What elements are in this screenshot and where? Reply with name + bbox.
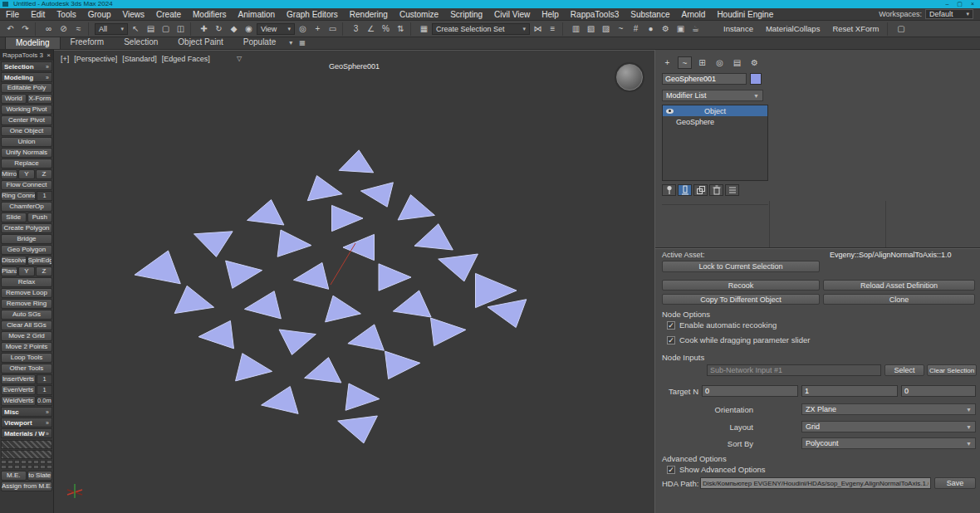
sidebar-spinner-insertverts[interactable]: 1: [37, 374, 52, 384]
material-cell[interactable]: [40, 460, 46, 464]
stack-item-object[interactable]: Object: [663, 105, 767, 116]
menu-civil-view[interactable]: Civil View: [488, 8, 536, 21]
sidebar-button-y[interactable]: Y: [18, 169, 35, 179]
schematic-view-icon[interactable]: #: [629, 22, 643, 36]
sidebar-header-materials-w[interactable]: Materials / W»: [1, 428, 52, 438]
sidebar-spinner-ring-connect[interactable]: 1: [37, 191, 52, 201]
material-cell[interactable]: [33, 460, 39, 464]
curve-editor-icon[interactable]: ~: [614, 22, 628, 36]
tab-freeform[interactable]: Freeform: [61, 37, 115, 49]
snap-toggle-icon[interactable]: 3: [349, 22, 363, 36]
display-tab-icon[interactable]: ▤: [730, 56, 744, 69]
material-cell[interactable]: [7, 460, 13, 464]
scatter-triangle[interactable]: [398, 195, 434, 220]
sidebar-button-replace[interactable]: Replace: [1, 159, 52, 169]
sidebar-button-remove-loop[interactable]: Remove Loop: [1, 288, 52, 298]
reference-coordinate-dropdown[interactable]: View▾: [257, 23, 295, 35]
sidebar-button-y[interactable]: Y: [18, 266, 35, 276]
visibility-eye-icon[interactable]: [663, 109, 676, 114]
scatter-triangle[interactable]: [174, 286, 213, 313]
scatter-triangle[interactable]: [414, 224, 453, 250]
ribbon-config-icon[interactable]: ▦: [296, 37, 309, 49]
utilities-tab-icon[interactable]: ⚙: [747, 56, 762, 69]
spinner-snap-icon[interactable]: ⇅: [394, 22, 408, 36]
scatter-triangle[interactable]: [345, 384, 380, 410]
auto-recook-checkbox[interactable]: ✓ Enable automatic recooking: [667, 320, 777, 330]
sidebar-button-bridge[interactable]: Bridge: [1, 234, 52, 244]
sidebar-button-push[interactable]: Push: [27, 213, 53, 222]
scatter-triangle[interactable]: [262, 387, 299, 414]
sidebar-button-slide[interactable]: Slide: [1, 213, 27, 222]
motion-tab-icon[interactable]: ◎: [713, 56, 727, 69]
sidebar-button-world[interactable]: World: [1, 94, 27, 104]
sidebar-button-move-2-points[interactable]: Move 2 Points: [1, 342, 52, 352]
redo-icon[interactable]: ↷: [18, 22, 32, 36]
sidebar-button-remove-ring[interactable]: Remove Ring: [1, 299, 52, 309]
window-crossing-icon[interactable]: ◫: [174, 22, 188, 36]
layout-dropdown[interactable]: Grid ▼: [801, 421, 976, 432]
select-and-scale-icon[interactable]: ◆: [227, 22, 241, 36]
scene-explorer-icon[interactable]: ▥: [569, 22, 583, 36]
sidebar-button-create-polygon[interactable]: Create Polygon: [1, 223, 52, 233]
hierarchy-tab-icon[interactable]: ⊞: [695, 56, 709, 69]
keyboard-override-icon[interactable]: ▭: [326, 22, 340, 36]
select-object-icon[interactable]: ↖: [129, 22, 143, 36]
close-icon[interactable]: ×: [47, 51, 51, 59]
menu-file[interactable]: File: [0, 8, 25, 21]
reset-xform-button[interactable]: Reset XForm: [826, 22, 884, 36]
mirror-icon[interactable]: ⋈: [531, 22, 545, 36]
scatter-triangle[interactable]: [488, 300, 527, 328]
sidebar-button-z[interactable]: Z: [36, 169, 52, 179]
sidebar-button-weldverts[interactable]: WeldVerts: [1, 396, 36, 406]
sidebar-button-relax[interactable]: Relax: [1, 277, 52, 287]
tab-modeling[interactable]: Modeling: [5, 37, 61, 49]
sidebar-button-insertverts[interactable]: InsertVerts: [1, 374, 36, 384]
select-input-button[interactable]: Select: [884, 364, 924, 376]
select-and-move-icon[interactable]: ✚: [197, 22, 211, 36]
menu-help[interactable]: Help: [536, 8, 565, 21]
sidebar-header-viewport[interactable]: Viewport»: [1, 418, 52, 428]
material-slot-hatch[interactable]: [1, 440, 52, 449]
sidebar-button-unify-normals[interactable]: Unify Normals: [1, 148, 52, 158]
unlink-selection-icon[interactable]: ⊘: [56, 22, 71, 36]
remove-modifier-button[interactable]: [709, 184, 723, 196]
sidebar-spinner-evenverts[interactable]: 1: [37, 385, 52, 395]
recook-button[interactable]: Recook: [662, 280, 820, 291]
menu-scripting[interactable]: Scripting: [444, 8, 488, 21]
tab-object-paint[interactable]: Object Paint: [168, 37, 233, 49]
scatter-triangle[interactable]: [307, 176, 342, 201]
named-selection-sets-icon[interactable]: ▦: [417, 22, 431, 36]
material-cell[interactable]: [33, 465, 39, 469]
scatter-triangle[interactable]: [393, 291, 431, 317]
target-n-field-3[interactable]: [901, 385, 976, 397]
sidebar-button-union[interactable]: Union: [1, 137, 52, 147]
menu-rappatools3[interactable]: RappaTools3: [565, 8, 625, 21]
menu-substance[interactable]: Substance: [625, 8, 675, 21]
scatter-triangle[interactable]: [305, 358, 341, 383]
reload-asset-button[interactable]: Reload Asset Definition: [823, 280, 975, 291]
menu-tools[interactable]: Tools: [51, 8, 81, 21]
make-unique-button[interactable]: [693, 184, 708, 196]
material-cell[interactable]: [7, 465, 13, 469]
material-cell[interactable]: [47, 465, 52, 469]
scatter-triangle[interactable]: [326, 296, 361, 322]
sidebar-button-working-pivot[interactable]: Working Pivot: [1, 105, 52, 115]
layer-manager-icon[interactable]: ▧: [584, 22, 598, 36]
ribbon-minimize-icon[interactable]: ▾: [286, 37, 296, 49]
render-icon[interactable]: ☕: [688, 22, 703, 36]
scatter-triangle[interactable]: [348, 325, 385, 350]
select-and-place-icon[interactable]: ◉: [242, 22, 256, 36]
select-and-link-icon[interactable]: ∞: [42, 22, 56, 36]
rendered-frame-icon[interactable]: ▣: [674, 22, 688, 36]
angle-snap-icon[interactable]: ∠: [364, 22, 378, 36]
sidebar-button-geo-polygon[interactable]: Geo Polygon: [1, 245, 52, 255]
sidebar-button-loop-tools[interactable]: Loop Tools: [1, 353, 52, 363]
object-color-swatch[interactable]: [750, 73, 762, 85]
material-cell[interactable]: [40, 465, 46, 469]
material-cell[interactable]: [21, 465, 27, 469]
sidebar-button-one-object[interactable]: One Object: [1, 126, 52, 136]
render-setup-icon[interactable]: ⚙: [659, 22, 673, 36]
material-cell[interactable]: [14, 465, 20, 469]
scatter-triangle[interactable]: [244, 291, 281, 319]
window-controls[interactable]: – ▢ ×: [946, 0, 978, 8]
